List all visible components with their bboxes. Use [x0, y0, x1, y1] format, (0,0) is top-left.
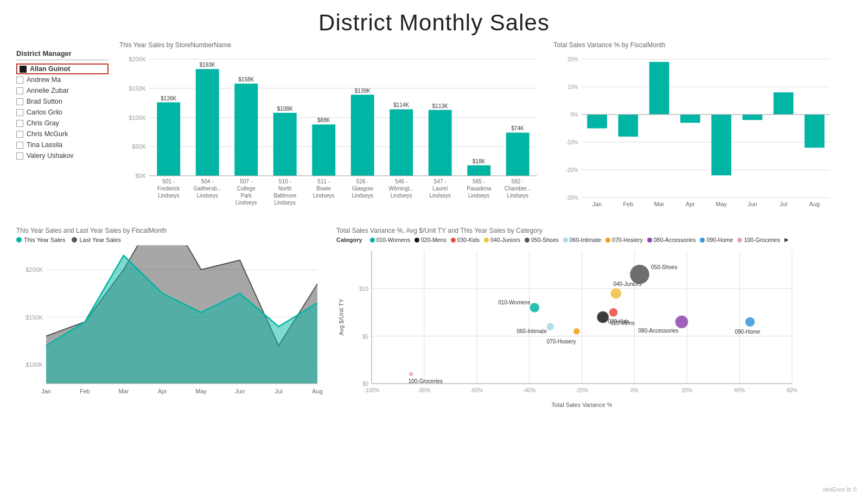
dm-checkbox: [16, 109, 23, 116]
svg-rect-87: [774, 92, 794, 114]
district-manager-panel: District Manager Allan GuinotAndrew MaAn…: [16, 47, 108, 164]
cat-label: 050-Shoes: [531, 237, 559, 243]
svg-rect-32: [312, 124, 335, 176]
dm-checkbox: [16, 87, 23, 94]
dm-checkbox: [16, 142, 23, 149]
cat-item-070-Hosiery: 070-Hosiery: [605, 237, 643, 243]
svg-text:510 -: 510 -: [279, 179, 291, 184]
svg-text:Wilmingt...: Wilmingt...: [388, 186, 414, 192]
svg-text:Feb: Feb: [80, 388, 90, 394]
this-year-dot: [16, 237, 22, 243]
area-chart-title: This Year Sales and Last Year Sales by F…: [16, 227, 326, 234]
svg-text:Lindseys: Lindseys: [391, 193, 412, 199]
dm-item-label: Tina Lassila: [27, 141, 62, 149]
svg-rect-83: [711, 114, 731, 175]
dm-item-annelie-zubar[interactable]: Annelie Zubar: [16, 85, 108, 96]
svg-text:Bowie: Bowie: [316, 186, 331, 192]
svg-text:Aug: Aug: [312, 388, 323, 394]
svg-text:May: May: [716, 201, 727, 207]
dm-item-allan-guinot[interactable]: Allan Guinot: [16, 63, 108, 74]
svg-text:546 -: 546 -: [395, 179, 407, 184]
dm-item-label: Annelie Zubar: [27, 87, 69, 94]
cat-dot: [563, 238, 568, 243]
svg-text:070-Hosiery: 070-Hosiery: [547, 339, 576, 345]
svg-text:$139K: $139K: [355, 88, 371, 94]
svg-text:Lindseys: Lindseys: [197, 193, 218, 199]
page-title: District Monthly Sales: [0, 0, 868, 41]
dm-item-valery-ushakov[interactable]: Valery Ushakov: [16, 150, 108, 161]
this-year-label: This Year Sales: [24, 237, 65, 243]
svg-text:Lindseys: Lindseys: [313, 193, 334, 199]
dm-item-chris-mcgurk[interactable]: Chris McGurk: [16, 129, 108, 139]
variance-chart-title: Total Sales Variance % by FiscalMonth: [553, 41, 835, 49]
legend-scroll-arrow[interactable]: ▶: [784, 237, 789, 243]
cat-dot: [370, 238, 375, 243]
bar-chart: This Year Sales by StoreNumberName $0K$5…: [119, 41, 542, 221]
cat-dot: [484, 238, 489, 243]
dm-title: District Manager: [16, 49, 108, 60]
svg-rect-20: [234, 84, 258, 176]
svg-text:010-Womens: 010-Womens: [498, 300, 530, 305]
svg-text:Frederick: Frederick: [157, 186, 181, 192]
svg-text:511 -: 511 -: [317, 179, 330, 184]
dm-item-andrew-ma[interactable]: Andrew Ma: [16, 74, 108, 85]
scatter-chart: Total Sales Variance %, Avg $/Unit TY an…: [336, 227, 852, 410]
svg-rect-89: [805, 114, 825, 148]
svg-point-149: [745, 317, 755, 327]
svg-text:565 -: 565 -: [473, 179, 485, 184]
svg-text:Lindseys: Lindseys: [468, 193, 489, 199]
svg-rect-15: [196, 69, 219, 176]
dm-item-label: Allan Guinot: [30, 65, 70, 73]
dm-item-label: Valery Ushakov: [27, 152, 74, 160]
svg-text:0%: 0%: [630, 387, 639, 393]
svg-text:050-Shoes: 050-Shoes: [651, 264, 677, 270]
dm-item-carlos-grilo[interactable]: Carlos Grilo: [16, 107, 108, 118]
last-year-dot: [72, 237, 77, 243]
cat-label: 080-Accessories: [654, 237, 696, 243]
svg-text:060-Intimate: 060-Intimate: [516, 328, 547, 334]
cat-dot: [737, 238, 742, 243]
svg-text:Mar: Mar: [118, 388, 129, 394]
svg-text:Total Sales Variance %: Total Sales Variance %: [551, 402, 612, 408]
dm-item-tina-lassila[interactable]: Tina Lassila: [16, 139, 108, 150]
svg-rect-85: [743, 114, 763, 120]
svg-text:Avg $/Unit TY: Avg $/Unit TY: [338, 298, 344, 335]
cat-item-040-Juniors: 040-Juniors: [484, 237, 520, 243]
svg-text:-20%: -20%: [576, 387, 588, 393]
svg-text:Laurel: Laurel: [432, 186, 448, 192]
svg-text:-80%: -80%: [418, 387, 430, 393]
svg-text:Park: Park: [240, 193, 252, 199]
last-year-label: Last Year Sales: [79, 237, 120, 243]
svg-text:Apr: Apr: [158, 388, 167, 394]
svg-text:501 -: 501 -: [162, 179, 175, 184]
svg-text:Glasgow: Glasgow: [352, 186, 374, 192]
category-legend: Category010-Womens020-Mens030-Kids040-Ju…: [336, 237, 852, 243]
svg-text:090-Home: 090-Home: [735, 329, 761, 335]
cat-label: 090-Home: [706, 237, 733, 243]
scatter-chart-title: Total Sales Variance %, Avg $/Unit TY an…: [336, 227, 852, 234]
legend-this-year: This Year Sales: [16, 237, 65, 243]
svg-point-137: [609, 308, 618, 317]
cat-label: 030-Kids: [457, 237, 480, 243]
dm-item-label: Brad Sutton: [27, 98, 62, 105]
svg-text:$10: $10: [359, 286, 368, 292]
svg-text:-10%: -10%: [566, 139, 578, 145]
svg-text:$100K: $100K: [25, 361, 43, 368]
category-label: Category: [336, 237, 362, 243]
svg-text:Baltimore: Baltimore: [273, 193, 297, 199]
svg-text:60%: 60%: [787, 387, 797, 393]
svg-text:$183K: $183K: [200, 62, 215, 68]
dm-item-label: Andrew Ma: [27, 76, 61, 84]
svg-text:Jun: Jun: [235, 388, 245, 394]
svg-text:Mar: Mar: [654, 201, 665, 207]
svg-text:507 -: 507 -: [240, 179, 252, 184]
svg-text:-100%: -100%: [364, 387, 380, 393]
svg-point-145: [573, 328, 580, 335]
svg-text:Feb: Feb: [623, 201, 633, 207]
svg-text:547 -: 547 -: [434, 179, 446, 184]
svg-text:Pasadena: Pasadena: [467, 186, 491, 192]
dm-item-brad-sutton[interactable]: Brad Sutton: [16, 96, 108, 107]
svg-text:$74K: $74K: [512, 125, 525, 131]
dm-item-chris-gray[interactable]: Chris Gray: [16, 118, 108, 129]
svg-point-143: [546, 323, 554, 330]
